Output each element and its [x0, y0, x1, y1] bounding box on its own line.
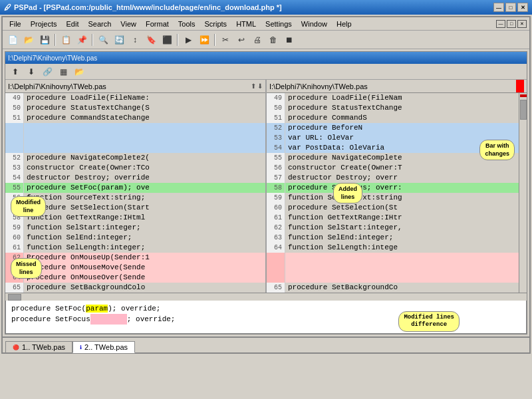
menu-help[interactable]: Help [332, 19, 356, 29]
sep4 [214, 34, 215, 46]
tab-2[interactable]: ℹ 2.. TWeb.pas [72, 341, 135, 353]
maximize-button[interactable]: □ [505, 3, 516, 12]
tab-strip: 🔴 1.. TWeb.pas ℹ 2.. TWeb.pas [3, 336, 529, 352]
preview-line1: procedure SetFoc(param); override; [11, 303, 521, 314]
right-scrollbar[interactable] [519, 93, 527, 293]
path-text-left: I:\Delphi7\Knihovny\TWeb.pas [8, 82, 106, 90]
line-row: 50 procedure StatusTextChange [267, 103, 519, 113]
line-row: 51 procedure CommandStateChange [5, 113, 265, 123]
menu-window[interactable]: Window [297, 19, 331, 29]
preview-line2: procedure SetFocus ; override; [11, 314, 521, 325]
tab-1[interactable]: 🔴 1.. TWeb.pas [5, 341, 72, 352]
line-row-highlighted: 55 procedure SetFoc(param); ove [5, 183, 265, 193]
bookmark-btn[interactable]: 🔖 [144, 33, 158, 47]
goto-btn[interactable]: ↕ [128, 33, 142, 47]
line-row-highlighted: 58 procedure SetFocus; overr: [267, 183, 519, 193]
path-text-right: I:\Delphi7\Knihovny\TWeb.pas [269, 82, 368, 90]
diff-btn[interactable]: ⬛ [160, 33, 174, 47]
menu-scripts[interactable]: Scripts [201, 19, 231, 29]
highlight-diff [90, 314, 127, 325]
line-row: 56 function SourceText:string; [5, 193, 265, 203]
line-row: 52 procedure NavigateComplete2( [5, 153, 265, 163]
menu-projects[interactable]: Projects [27, 19, 61, 29]
search-btn[interactable]: 🔍 [96, 33, 110, 47]
menu-edit[interactable]: Edit [62, 19, 82, 29]
print-btn[interactable]: 🖨 [250, 33, 265, 47]
close-button[interactable]: ✕ [517, 3, 528, 12]
undo-btn[interactable]: ↩ [234, 33, 249, 47]
diff-prev[interactable]: ⬆ [8, 65, 23, 79]
open-button[interactable]: 📂 [21, 33, 36, 47]
toolbar-row1: 📄 📂 💾 📋 📌 🔍 🔄 ↕ 🔖 ⬛ ▶ ⏩ ✂ ↩ 🖨 🗑 ⏹ [3, 31, 529, 49]
menu-view[interactable]: View [116, 19, 140, 29]
path-bar-left: I:\Delphi7\Knihovny\TWeb.pas ⬆ ⬇ [5, 80, 265, 93]
del-btn[interactable]: 🗑 [266, 33, 281, 47]
tab1-icon: 🔴 [13, 344, 19, 350]
debug-btn[interactable]: ⏩ [197, 33, 211, 47]
line-row: 60 procedure SetSelection(St [267, 203, 519, 213]
menu-format[interactable]: Format [142, 19, 173, 29]
sep1 [55, 34, 56, 46]
hscroll-thumb[interactable] [8, 294, 21, 301]
copy-button[interactable]: 📋 [59, 33, 73, 47]
line-row: 55 procedure NavigateComplete [267, 153, 519, 163]
mdi-minimize[interactable]: — [496, 20, 505, 28]
diff-open[interactable]: 📂 [72, 65, 86, 79]
tab1-label: 1.. TWeb.pas [22, 343, 65, 351]
run-btn[interactable]: ▶ [181, 33, 196, 47]
replace-btn[interactable]: 🔄 [112, 33, 126, 47]
line-row: 57 procedure SetSelection(Start [5, 203, 265, 213]
menu-settings[interactable]: Settings [261, 19, 296, 29]
title-bar: 🖊 PSPad - [PSPad.com:/public_html/www/in… [0, 0, 532, 15]
code-area-right[interactable]: 49 procedure LoadFile(FileNam 50 procedu… [267, 93, 519, 293]
scrollbar-thumb[interactable] [520, 100, 527, 120]
line-row: 56 constructor Create(Owner:T [267, 163, 519, 173]
menu-tools[interactable]: Tools [174, 19, 200, 29]
line-row: 62 function SelStart:integer, [267, 223, 519, 233]
app-icon: 🖊 [4, 3, 11, 11]
diff-toolbar: ⬆ ⬇ 🔗 ▦ 📂 [5, 64, 527, 80]
editor-pane-right: I:\Delphi7\Knihovny\TWeb.pas 49 procedur… [265, 80, 527, 293]
line-row: 59 function SelStart:integer; [5, 223, 265, 233]
diff-view[interactable]: ▦ [56, 65, 70, 79]
menu-html[interactable]: HTML [232, 19, 260, 29]
nav-icon-left[interactable]: ⬆ [251, 82, 256, 90]
code-area-left[interactable]: 49 procedure LoadFile(FileName: 50 proce… [5, 93, 265, 293]
minimize-button[interactable]: — [493, 3, 504, 12]
diff-sync[interactable]: 🔗 [40, 65, 55, 79]
stop-btn[interactable]: ⏹ [282, 33, 297, 47]
highlight-param: param [86, 305, 108, 313]
line-row: 60 function SelEnd:integer; [5, 233, 265, 243]
menu-bar: File Projects Edit Search View Format To… [3, 17, 529, 31]
save-button[interactable]: 💾 [37, 33, 52, 47]
window-title: PSPad - [PSPad.com:/public_html/www/incl… [14, 3, 282, 11]
line-row: 64 function SelLength:intege [267, 243, 519, 253]
line-row: 61 function SelLength:integer; [5, 243, 265, 253]
line-row: 53 constructor Create(Owner:TCo [5, 163, 265, 173]
diff-next[interactable]: ⬇ [24, 65, 39, 79]
menu-file[interactable]: File [5, 19, 25, 29]
line-row: 51 procedure CommandS [267, 113, 519, 123]
line-row-missed: 64 procedure OnMouseOver(Sende [5, 273, 265, 283]
mdi-restore[interactable]: □ [507, 20, 516, 28]
tab2-icon: ℹ [80, 344, 82, 350]
line-row-added: 52 procedure BeforeN [267, 123, 519, 133]
inner-window-title: I:\Delphi7\Knihovny\TWeb.pas [8, 55, 97, 62]
line-row-added: 53 var URL: OleVar [267, 133, 519, 143]
mdi-close[interactable]: ✕ [517, 20, 527, 28]
line-row-added: 54 var PostData: OleVaria [267, 143, 519, 153]
line-row: 54 destructor Destroy; override [5, 173, 265, 183]
line-row-empty [267, 273, 519, 283]
line-row: 61 function GetTextRange:IHtr [267, 213, 519, 223]
menu-search[interactable]: Search [84, 19, 115, 29]
new-button[interactable]: 📄 [5, 33, 20, 47]
sep3 [177, 34, 178, 46]
preview-area: procedure SetFoc(param); override; proce… [5, 301, 527, 334]
paste-button[interactable]: 📌 [74, 33, 89, 47]
line-row-empty [267, 253, 519, 263]
line-row-missed: 63 procedure OnMouseMove(Sende [5, 263, 265, 273]
cut-btn[interactable]: ✂ [218, 33, 233, 47]
window-controls: — □ ✕ [493, 3, 528, 12]
nav-down-icon-left[interactable]: ⬇ [257, 82, 263, 90]
line-row: 50 procedure StatusTextChange(S [5, 103, 265, 113]
